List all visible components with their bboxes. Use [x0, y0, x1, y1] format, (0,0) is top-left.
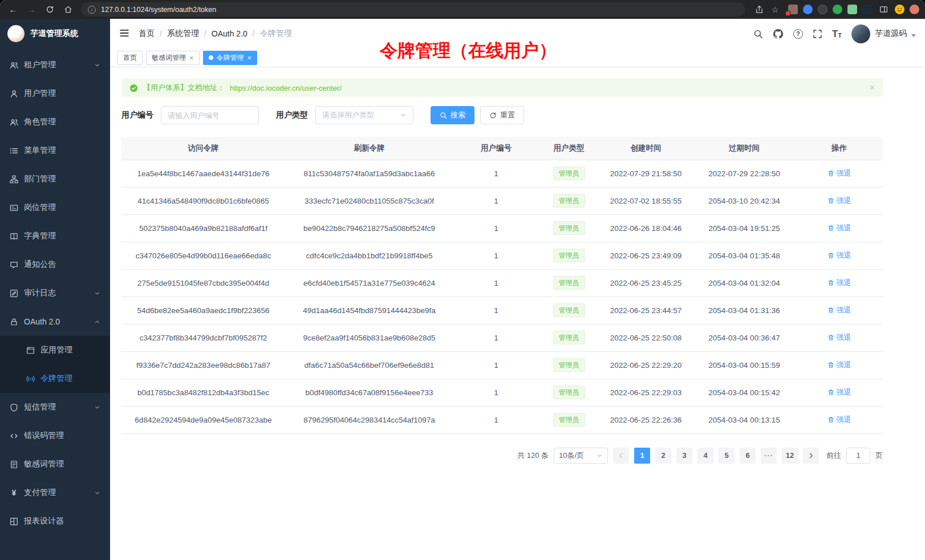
- tab-sensitive-words[interactable]: 敏感词管理 ×: [146, 51, 200, 65]
- tab-close-icon[interactable]: ×: [248, 54, 252, 62]
- url-text[interactable]: 127.0.0.1:1024/system/oauth2/token: [101, 6, 216, 14]
- force-logout-button[interactable]: 强退: [827, 305, 851, 315]
- sidebar-item-token-mgmt[interactable]: 令牌管理: [0, 364, 110, 393]
- force-logout-button[interactable]: 强退: [827, 168, 851, 178]
- search-button[interactable]: [753, 29, 763, 39]
- alert-close-icon[interactable]: ×: [870, 83, 875, 92]
- chevron-down-icon: [94, 404, 100, 411]
- app-logo[interactable]: 芋道管理系统: [0, 19, 110, 48]
- extension-icon[interactable]: [788, 5, 798, 14]
- user-id-input[interactable]: [161, 106, 259, 124]
- bookmark-star-button[interactable]: ☆: [769, 3, 781, 16]
- sidebar-item-oauth2[interactable]: OAuth 2.0: [0, 307, 110, 336]
- prev-page-button[interactable]: [613, 448, 629, 464]
- total-count: 共 120 条: [517, 451, 549, 461]
- extension-badge: [785, 11, 790, 16]
- sidebar-item-app-mgmt[interactable]: 应用管理: [0, 336, 110, 364]
- extension-icon[interactable]: [818, 5, 827, 14]
- trash-icon: [827, 252, 834, 259]
- tags-view: 首页 敏感词管理 × 令牌管理 ×: [110, 48, 925, 67]
- breadcrumb-home[interactable]: 首页: [139, 29, 155, 39]
- tab-token-mgmt[interactable]: 令牌管理 ×: [203, 51, 258, 65]
- page-number-12[interactable]: 12: [782, 448, 798, 464]
- force-logout-button[interactable]: 强退: [827, 196, 851, 206]
- force-logout-button[interactable]: 强退: [827, 415, 851, 425]
- breadcrumb-system[interactable]: 系统管理: [167, 29, 199, 39]
- reset-button[interactable]: 重置: [480, 106, 524, 124]
- extension-icon[interactable]: [847, 5, 857, 14]
- tab-close-icon[interactable]: ×: [189, 54, 194, 62]
- force-logout-button[interactable]: 强退: [827, 332, 851, 343]
- fullscreen-button[interactable]: [813, 29, 822, 39]
- expire-time-cell: 2054-03-04 01:31:36: [693, 297, 796, 324]
- page-number-6[interactable]: 6: [740, 448, 756, 464]
- sidebar-item-role[interactable]: 角色管理: [0, 108, 110, 136]
- chat-icon: [10, 261, 18, 269]
- doc-link[interactable]: https://doc.iocoder.cn/user-center/: [230, 84, 342, 92]
- emoji-extension-icon[interactable]: [895, 5, 904, 14]
- extension-icon[interactable]: [833, 5, 842, 14]
- sidebar-item-notice[interactable]: 通知公告: [0, 250, 110, 279]
- font-size-icon: T: [832, 29, 838, 39]
- font-size-button[interactable]: TT: [832, 29, 842, 39]
- page-number-2[interactable]: 2: [655, 448, 671, 464]
- sidebar-item-error-code[interactable]: 错误码管理: [0, 421, 110, 450]
- goto-label: 前往: [826, 451, 841, 461]
- sidebar-item-post[interactable]: 岗位管理: [0, 193, 110, 222]
- force-logout-button[interactable]: 强退: [827, 223, 851, 233]
- page-number-4[interactable]: 4: [697, 448, 713, 464]
- user-menu[interactable]: 芋道源码: [851, 25, 916, 43]
- split-view-button[interactable]: [877, 3, 890, 16]
- sidebar-item-payment[interactable]: ¥ 支付管理: [0, 478, 110, 507]
- sidebar-menu: 租户管理 用户管理 角色管理 菜单管理 部门管理: [0, 48, 110, 560]
- user-id-cell: 1: [453, 160, 539, 187]
- sidebar-item-report-designer[interactable]: 报表设计器: [0, 507, 110, 535]
- page-unit-label: 页: [875, 451, 883, 461]
- page-number-5[interactable]: 5: [719, 448, 735, 464]
- sidebar-item-dict[interactable]: 字典管理: [0, 222, 110, 250]
- sidebar-item-audit-log[interactable]: 审计日志: [0, 279, 110, 307]
- more-pages-button[interactable]: ···: [761, 448, 777, 464]
- sidebar-item-sensitive-words[interactable]: 敏感词管理: [0, 450, 110, 478]
- sidebar-item-dept[interactable]: 部门管理: [0, 165, 110, 193]
- reload-button[interactable]: [42, 2, 57, 17]
- back-button[interactable]: ←: [6, 2, 21, 17]
- share-button[interactable]: [753, 3, 765, 16]
- access-token-cell: b0d1785bc3a8482f812db4a3f3bd15ec: [121, 379, 285, 406]
- force-logout-button[interactable]: 强退: [827, 360, 851, 370]
- tab-home[interactable]: 首页: [117, 51, 143, 65]
- forward-button[interactable]: →: [24, 2, 39, 17]
- sidebar-item-tenant[interactable]: 租户管理: [0, 51, 110, 79]
- user-type-select[interactable]: 请选择用户类型: [315, 106, 413, 124]
- address-bar[interactable]: i 127.0.0.1:1024/system/oauth2/token: [81, 2, 745, 17]
- goto-page-input[interactable]: [846, 448, 870, 464]
- user-id-cell: 1: [453, 269, 539, 297]
- sidebar-item-user[interactable]: 用户管理: [0, 79, 110, 108]
- help-button[interactable]: ?: [793, 29, 803, 39]
- sidebar-item-label: 错误码管理: [24, 431, 64, 441]
- page-size-select[interactable]: 10条/页: [554, 448, 608, 464]
- sidebar-item-label: 敏感词管理: [24, 459, 64, 469]
- table-row: 275e5de9151045fe87cbdc395e004f4d e6cfd40…: [121, 269, 883, 297]
- refresh-token-cell: 49d1aa46d1454fbd87591444423be9fa: [285, 297, 453, 324]
- site-info-icon[interactable]: i: [88, 6, 96, 14]
- sidebar-item-sms[interactable]: 短信管理: [0, 393, 110, 421]
- extension-icon[interactable]: [862, 5, 872, 14]
- browser-profile-avatar[interactable]: [910, 5, 919, 14]
- next-page-button[interactable]: [803, 448, 819, 464]
- force-logout-button[interactable]: 强退: [827, 387, 851, 397]
- force-logout-button[interactable]: 强退: [827, 250, 851, 261]
- user-type-cell: 管理员: [539, 160, 599, 187]
- extension-icon[interactable]: [803, 5, 813, 14]
- sidebar-item-menu[interactable]: 菜单管理: [0, 136, 110, 165]
- expire-time-cell: 2022-07-29 22:28:50: [693, 160, 796, 187]
- breadcrumb-oauth2[interactable]: OAuth 2.0: [212, 29, 248, 38]
- page-number-3[interactable]: 3: [676, 448, 692, 464]
- collapse-sidebar-button[interactable]: [119, 28, 131, 39]
- github-button[interactable]: [773, 29, 784, 39]
- force-logout-button[interactable]: 强退: [827, 278, 851, 288]
- page-number-1[interactable]: 1: [634, 448, 650, 464]
- search-button[interactable]: 搜索: [431, 106, 474, 124]
- logo-avatar: [7, 25, 25, 42]
- home-button[interactable]: [60, 2, 75, 17]
